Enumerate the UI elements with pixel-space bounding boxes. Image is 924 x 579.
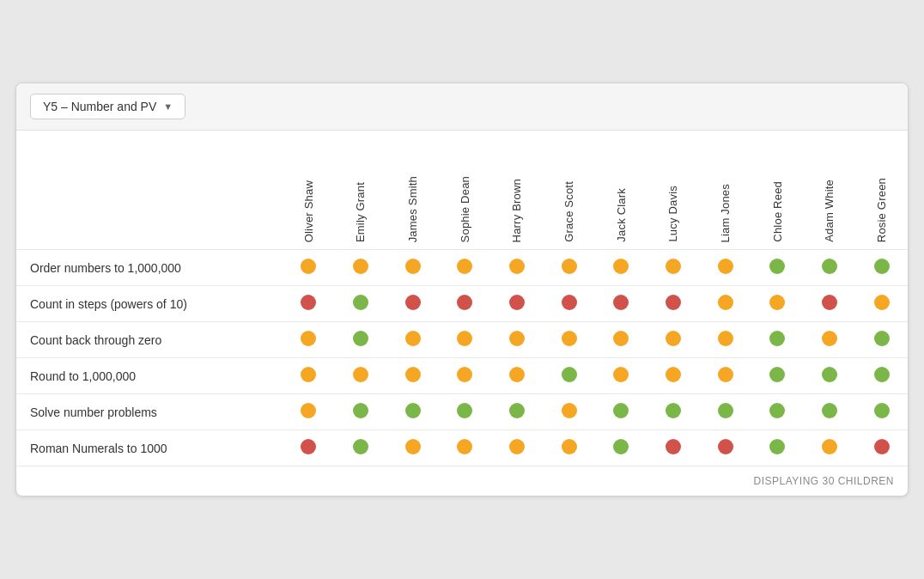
dot-red xyxy=(666,439,681,454)
dot-red xyxy=(509,295,525,310)
dot-red xyxy=(562,295,577,310)
cell-0-2 xyxy=(386,250,439,286)
dot-orange xyxy=(718,367,733,382)
cell-2-11 xyxy=(855,322,908,358)
dot-orange xyxy=(457,259,472,274)
cell-2-5 xyxy=(543,322,595,358)
student-col-header-4: Harry Brown xyxy=(491,131,544,250)
dot-green xyxy=(562,367,577,382)
dot-orange xyxy=(405,259,421,274)
cell-1-9 xyxy=(751,286,804,322)
dot-green xyxy=(822,367,837,382)
cell-1-1 xyxy=(335,286,387,322)
cell-5-2 xyxy=(386,430,439,466)
dot-orange xyxy=(509,259,525,274)
dot-green xyxy=(769,403,785,418)
table-header-row: Oliver ShawEmily GrantJames SmithSophie … xyxy=(16,131,908,250)
dot-orange xyxy=(718,259,733,274)
dot-green xyxy=(509,403,525,418)
cell-1-6 xyxy=(595,286,647,322)
cell-3-5 xyxy=(543,358,595,394)
cell-2-3 xyxy=(439,322,491,358)
dot-orange xyxy=(613,331,629,346)
cell-5-1 xyxy=(335,430,387,466)
dot-red xyxy=(301,295,316,310)
cell-4-0 xyxy=(283,394,335,430)
chevron-down-icon: ▼ xyxy=(163,101,173,112)
student-name-6: Jack Clark xyxy=(615,188,628,242)
cell-2-8 xyxy=(699,322,751,358)
dot-green xyxy=(822,403,837,418)
table-row: Count in steps (powers of 10) xyxy=(16,286,908,322)
dot-orange xyxy=(666,331,681,346)
cell-4-3 xyxy=(439,394,491,430)
cell-1-3 xyxy=(439,286,491,322)
dot-green xyxy=(405,403,421,418)
cell-3-3 xyxy=(439,358,491,394)
cell-2-4 xyxy=(491,322,544,358)
cell-3-4 xyxy=(491,358,544,394)
cell-4-8 xyxy=(699,394,751,430)
cell-0-6 xyxy=(595,250,647,286)
student-name-2: James Smith xyxy=(406,176,419,242)
dropdown-label: Y5 – Number and PV xyxy=(43,100,156,113)
cell-5-10 xyxy=(804,430,856,466)
cell-3-9 xyxy=(751,358,804,394)
dot-green xyxy=(769,259,785,274)
dot-green xyxy=(353,403,368,418)
cell-0-7 xyxy=(647,250,700,286)
dot-green xyxy=(666,403,681,418)
student-name-3: Sophie Dean xyxy=(459,176,471,242)
student-name-11: Rosie Green xyxy=(875,178,888,242)
table-row: Roman Numerals to 1000 xyxy=(16,430,908,466)
cell-1-11 xyxy=(855,286,908,322)
main-card: Y5 – Number and PV ▼ Oliver ShawEmily Gr… xyxy=(15,82,909,497)
row-label-2: Count back through zero xyxy=(16,322,283,358)
dot-orange xyxy=(718,295,733,310)
dot-orange xyxy=(562,331,577,346)
table-body: Order numbers to 1,000,000Count in steps… xyxy=(16,250,908,466)
dot-orange xyxy=(405,439,421,454)
row-label-1: Count in steps (powers of 10) xyxy=(16,286,283,322)
student-col-header-10: Adam White xyxy=(804,131,856,250)
cell-3-10 xyxy=(804,358,856,394)
dot-orange xyxy=(301,259,316,274)
dot-green xyxy=(874,367,890,382)
dot-orange xyxy=(613,367,629,382)
dot-green xyxy=(769,331,785,346)
cell-2-0 xyxy=(283,322,335,358)
year-group-dropdown[interactable]: Y5 – Number and PV ▼ xyxy=(30,94,185,119)
cell-5-3 xyxy=(439,430,491,466)
cell-3-8 xyxy=(699,358,751,394)
cell-5-0 xyxy=(283,430,335,466)
student-col-header-8: Liam Jones xyxy=(699,131,751,250)
dot-green xyxy=(769,439,785,454)
cell-4-10 xyxy=(804,394,856,430)
dot-green xyxy=(353,331,368,346)
cell-3-1 xyxy=(335,358,387,394)
dot-orange xyxy=(562,259,577,274)
student-name-8: Liam Jones xyxy=(719,184,732,242)
dot-orange xyxy=(353,259,368,274)
cell-1-10 xyxy=(804,286,856,322)
cell-3-0 xyxy=(283,358,335,394)
cell-4-7 xyxy=(647,394,700,430)
dot-red xyxy=(301,439,316,454)
row-label-3: Round to 1,000,000 xyxy=(16,358,283,394)
dot-orange xyxy=(769,295,785,310)
student-col-header-11: Rosie Green xyxy=(855,131,908,250)
student-name-10: Adam White xyxy=(823,180,836,242)
student-name-4: Harry Brown xyxy=(510,179,523,242)
student-name-0: Oliver Shaw xyxy=(302,180,315,242)
dot-orange xyxy=(301,403,316,418)
dot-orange xyxy=(301,331,316,346)
cell-5-4 xyxy=(491,430,544,466)
dot-orange xyxy=(562,403,577,418)
student-col-header-3: Sophie Dean xyxy=(439,131,491,250)
dot-green xyxy=(457,403,472,418)
dot-orange xyxy=(405,367,421,382)
dot-orange xyxy=(509,331,525,346)
student-name-7: Lucy Davis xyxy=(666,186,679,242)
cell-2-9 xyxy=(751,322,804,358)
cell-0-10 xyxy=(804,250,856,286)
